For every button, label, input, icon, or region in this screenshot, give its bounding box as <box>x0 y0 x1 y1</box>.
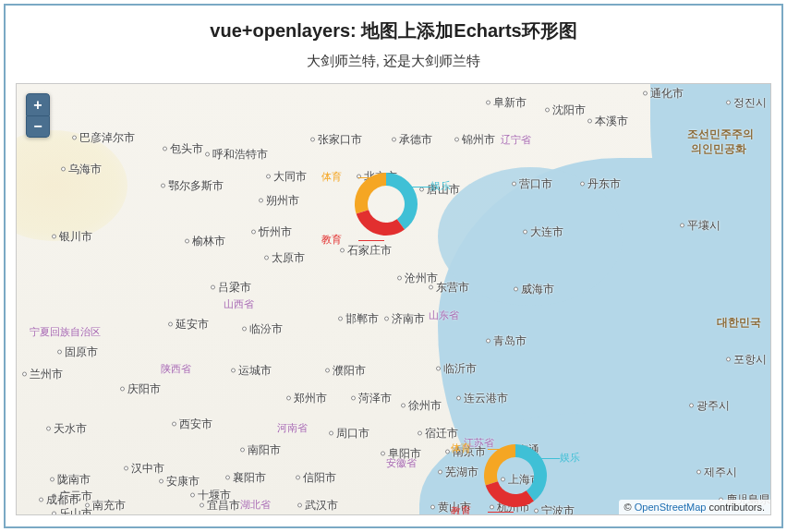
map-canvas[interactable]: + − 宁夏回族自治区山西省陕西省河南省湖北省山东省辽宁省安徽省江苏省 조선민주… <box>16 83 771 515</box>
city-label: 固原市 <box>57 345 98 360</box>
city-label: 제주시 <box>696 465 737 480</box>
city-label: 菏泽市 <box>351 391 392 406</box>
province-label: 山东省 <box>429 308 459 322</box>
city-label: 郑州市 <box>286 391 327 406</box>
city-label: 吕梁市 <box>211 280 251 296</box>
korea-label: 대한민국 <box>717 315 761 331</box>
donut-svg <box>478 439 552 513</box>
city-label: 营口市 <box>512 176 552 192</box>
city-label: 大同市 <box>266 169 307 185</box>
city-label: 武汉市 <box>297 498 338 514</box>
city-label: 延安市 <box>168 317 209 332</box>
city-label: 临沂市 <box>436 361 477 377</box>
city-label: 兰州市 <box>22 367 63 382</box>
city-label: 包头市 <box>163 141 203 157</box>
zoom-out-button[interactable]: − <box>26 115 50 138</box>
korea-label: 의인민공화 <box>691 141 746 157</box>
city-label: 丹东市 <box>580 176 621 192</box>
city-label: 榆林市 <box>185 234 225 249</box>
donut-label-ty: 体育 <box>451 441 471 455</box>
city-label: 沈阳市 <box>545 103 586 118</box>
donut-label-ty: 体育 <box>321 170 342 184</box>
donut-label-jy: 教育 <box>321 233 342 247</box>
city-label: 呼和浩特市 <box>205 147 268 163</box>
osm-link[interactable]: OpenStreetMap <box>635 502 707 513</box>
city-label: 青岛市 <box>486 333 527 349</box>
page-subtitle: 大剑师兰特, 还是大剑师兰特 <box>307 53 480 70</box>
donut-slice <box>484 444 515 486</box>
city-label: 邯郸市 <box>338 311 379 327</box>
korea-label: 조선민주주의 <box>687 127 754 142</box>
province-label: 河南省 <box>277 421 308 435</box>
map-attribution: © OpenStreetMap contributors. <box>619 500 770 514</box>
city-label: 东营市 <box>429 280 469 296</box>
city-label: 徐州市 <box>401 398 442 414</box>
city-label: 忻州市 <box>251 224 292 240</box>
city-label: 锦州市 <box>454 132 495 148</box>
city-label: 鄂尔多斯市 <box>161 178 224 194</box>
city-label: 南阳市 <box>240 442 281 458</box>
zoom-control: + − <box>26 93 50 138</box>
province-label: 辽宁省 <box>501 133 531 147</box>
city-label: 承德市 <box>392 132 432 148</box>
donut-slice <box>515 444 547 502</box>
donut-slice <box>357 210 405 236</box>
city-label: 通化市 <box>643 86 684 102</box>
city-label: 濮阳市 <box>325 363 366 379</box>
desert-shape <box>16 130 127 241</box>
city-label: 宜昌市 <box>200 498 240 514</box>
city-label: 阜新市 <box>486 95 527 111</box>
donut-label-yl: 娱乐 <box>560 451 580 465</box>
page-container: vue+openlayers: 地图上添加Echarts环形图 大剑师兰特, 还… <box>4 4 783 528</box>
page-title: vue+openlayers: 地图上添加Echarts环形图 <box>210 18 576 43</box>
city-label: 威海市 <box>514 282 554 297</box>
zoom-in-button[interactable]: + <box>26 93 50 115</box>
province-label: 湖北省 <box>240 498 271 512</box>
city-label: 庆阳市 <box>120 381 161 397</box>
city-label: 平壤시 <box>680 218 720 234</box>
city-label: 襄阳市 <box>225 470 266 486</box>
city-label: 정진시 <box>726 95 767 111</box>
city-label: 周口市 <box>329 426 369 441</box>
city-label: 天水市 <box>46 421 87 437</box>
donut-slice <box>386 173 418 230</box>
city-label: 石家庄市 <box>340 243 392 259</box>
city-label: 芜湖市 <box>438 465 478 480</box>
donut-slice <box>486 481 534 507</box>
donut-chart: 体育娱乐教育 <box>349 167 423 241</box>
city-label: 银川市 <box>52 229 92 245</box>
city-label: 乌海市 <box>61 162 102 177</box>
city-label: 朔州市 <box>259 193 299 209</box>
city-label: 连云港市 <box>456 391 508 406</box>
city-label: 포항시 <box>726 352 767 368</box>
city-label: 西安市 <box>172 417 212 432</box>
city-label: 运城市 <box>231 363 272 379</box>
city-label: 陇南市 <box>50 472 91 488</box>
city-label: 阜阳市 <box>381 446 421 462</box>
province-label: 陕西省 <box>161 362 191 376</box>
city-label: 济南市 <box>384 311 425 327</box>
city-label: 大连市 <box>523 224 563 240</box>
city-label: 宿迁市 <box>418 426 458 441</box>
donut-label-jy: 教育 <box>451 504 471 515</box>
donut-slice <box>355 173 386 214</box>
donut-svg <box>349 167 423 241</box>
donut-chart: 体育娱乐教育 <box>478 439 552 513</box>
city-label: 광주시 <box>689 398 730 414</box>
donut-label-yl: 娱乐 <box>430 179 451 193</box>
city-label: 太原市 <box>264 250 305 266</box>
city-label: 乐山市 <box>52 506 92 516</box>
province-label: 山西省 <box>224 297 254 311</box>
city-label: 本溪市 <box>587 114 628 129</box>
city-label: 信阳市 <box>296 470 336 486</box>
city-label: 张家口市 <box>310 132 362 148</box>
city-label: 临汾市 <box>242 321 283 337</box>
city-label: 巴彦淖尔市 <box>72 130 135 146</box>
province-label: 宁夏回族自治区 <box>30 325 101 339</box>
